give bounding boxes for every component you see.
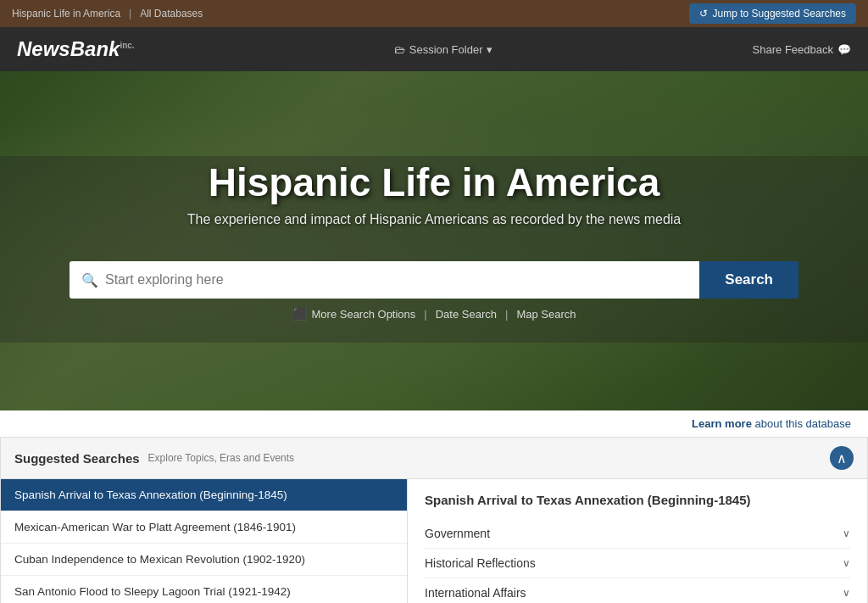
category-item[interactable]: Historical Reflections∨ (425, 549, 850, 578)
logo-text: NewsBankinc. (17, 37, 135, 61)
logo-news: News (17, 37, 70, 60)
map-search-link[interactable]: Map Search (516, 308, 576, 321)
suggested-section: Suggested Searches Explore Topics, Eras … (0, 438, 868, 603)
hero-title: Hispanic Life in America (187, 161, 682, 204)
jump-to-searches-button[interactable]: ↺ Jump to Suggested Searches (689, 3, 856, 24)
suggested-header: Suggested Searches Explore Topics, Eras … (1, 438, 867, 479)
chevron-right-icon: ∨ (843, 587, 850, 599)
header: NewsBankinc. 🗁 Session Folder ▾ Share Fe… (0, 27, 868, 71)
search-container: 🔍 Search (70, 261, 798, 299)
category-item[interactable]: International Affairs∨ (425, 578, 850, 603)
suggested-list-item[interactable]: Cuban Independence to Mexican Revolution… (1, 544, 407, 576)
refresh-icon: ↺ (699, 8, 708, 20)
suggested-list-item[interactable]: Spanish Arrival to Texas Annexation (Beg… (1, 479, 407, 511)
suggested-wrapper: Spanish Arrival to Texas Annexation (Beg… (1, 479, 867, 603)
chevron-down-icon: ▾ (487, 43, 492, 56)
category-list: Government∨Historical Reflections∨Intern… (425, 519, 850, 603)
session-folder-button[interactable]: 🗁 Session Folder ▾ (394, 43, 493, 56)
category-label: Government (425, 527, 490, 540)
collapse-button[interactable]: ∧ (830, 446, 854, 470)
logo: NewsBankinc. (17, 37, 135, 61)
hero-subtitle: The experience and impact of Hispanic Am… (187, 212, 682, 227)
share-feedback-button[interactable]: Share Feedback 💬 (753, 43, 851, 56)
suggested-title: Suggested Searches (14, 451, 140, 466)
suggested-list-item[interactable]: Mexican-American War to Platt Agreement … (1, 511, 407, 544)
more-search-options-link[interactable]: More Search Options (312, 308, 416, 321)
suggested-subtitle: Explore Topics, Eras and Events (148, 452, 295, 464)
chevron-right-icon: ∨ (843, 557, 850, 569)
suggested-right-panel: Spanish Arrival to Texas Annexation (Beg… (408, 479, 867, 603)
search-icon: 🔍 (81, 272, 98, 288)
hero-section: Hispanic Life in America The experience … (0, 71, 868, 410)
suggested-right-title: Spanish Arrival to Texas Annexation (Beg… (425, 493, 850, 507)
options-icon: ⬛ (292, 307, 307, 321)
hero-content: Hispanic Life in America The experience … (187, 161, 682, 228)
top-bar-db: All Databases (140, 8, 203, 20)
folder-icon: 🗁 (394, 43, 405, 56)
feedback-icon: 💬 (837, 43, 851, 56)
sep1: | (424, 308, 426, 321)
learn-more-link[interactable]: Learn more about this database (692, 417, 851, 430)
learn-more-bar: Learn more about this database (0, 410, 868, 438)
search-button[interactable]: Search (699, 261, 798, 299)
suggested-list: Spanish Arrival to Texas Annexation (Beg… (1, 479, 408, 603)
category-label: International Affairs (425, 586, 526, 600)
logo-bank: Bank (70, 37, 120, 60)
category-item[interactable]: Government∨ (425, 519, 850, 549)
date-search-link[interactable]: Date Search (436, 308, 497, 321)
sep2: | (505, 308, 508, 321)
top-bar-title: Hispanic Life in America (12, 8, 120, 20)
suggested-header-left: Suggested Searches Explore Topics, Eras … (14, 451, 294, 466)
top-bar: Hispanic Life in America | All Databases… (0, 0, 868, 27)
search-input[interactable] (105, 261, 687, 299)
suggested-list-item[interactable]: San Antonio Flood to Sleepy Lagoon Trial… (1, 576, 407, 603)
logo-inc: inc. (120, 41, 134, 50)
category-label: Historical Reflections (425, 556, 536, 570)
search-options-bar: ⬛ More Search Options | Date Search | Ma… (292, 307, 576, 321)
top-bar-sep: | (129, 8, 131, 20)
chevron-right-icon: ∨ (843, 528, 850, 539)
search-input-wrap: 🔍 (70, 261, 699, 299)
